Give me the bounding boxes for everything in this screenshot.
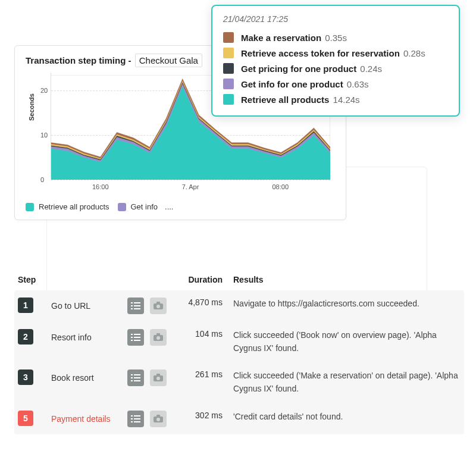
svg-rect-11: [131, 337, 133, 338]
list-icon[interactable]: [127, 298, 144, 314]
svg-rect-7: [156, 302, 160, 304]
tooltip-text: Make a reservation 0.35s: [241, 33, 347, 43]
x-tick: 7. Apr: [158, 183, 223, 190]
tooltip-row: Retrieve access token for reservation 0.…: [223, 45, 448, 61]
chart-title-prefix: Transaction step timing -: [26, 55, 134, 65]
step-badge: 3: [18, 369, 33, 385]
tooltip-swatch: [223, 63, 234, 74]
tooltip-text: Get info for one product 0.63s: [241, 79, 369, 89]
col-header-duration: Duration: [176, 275, 233, 284]
svg-rect-4: [131, 308, 133, 309]
svg-rect-22: [131, 380, 133, 381]
svg-rect-16: [156, 333, 160, 336]
step-badge: 5: [18, 411, 33, 426]
svg-point-17: [156, 336, 160, 340]
svg-rect-12: [134, 337, 140, 338]
y-tick: 0: [40, 176, 44, 183]
svg-point-26: [156, 377, 160, 380]
step-name: Payment details: [51, 414, 121, 424]
svg-rect-29: [131, 418, 133, 419]
svg-rect-20: [131, 377, 133, 378]
svg-point-8: [156, 305, 160, 308]
step-name: Book resort: [51, 373, 121, 383]
chart-legend: Retrieve all products Get info ....: [26, 202, 335, 211]
svg-rect-27: [131, 415, 133, 416]
svg-rect-21: [134, 377, 140, 378]
step-duration: 4,870 ms: [176, 298, 233, 307]
tooltip-text: Retrieve access token for reservation 0.…: [241, 48, 425, 58]
legend-swatch: [118, 203, 126, 211]
steps-table: Step Duration Results 1Go to URL4,870 ms…: [14, 269, 464, 434]
tooltip-row: Retrieve all products 14.24s: [223, 92, 448, 107]
svg-rect-10: [134, 334, 140, 335]
svg-point-35: [156, 418, 160, 421]
svg-rect-14: [134, 340, 140, 341]
step-badge: 1: [18, 298, 33, 313]
chart-tooltip: 21/04/2021 17:25 Make a reservation 0.35…: [211, 5, 460, 117]
step-badge: 2: [18, 329, 33, 345]
chart-title-dropdown[interactable]: Checkout Gala: [135, 54, 202, 67]
table-row: 1Go to URL4,870 msNavigate to https://ga…: [14, 290, 464, 321]
table-row: 3Book resort261 msClick succeeded ('Make…: [14, 362, 464, 402]
gridline: [51, 180, 330, 180]
camera-icon[interactable]: [150, 369, 167, 386]
list-icon[interactable]: [127, 329, 144, 346]
camera-icon[interactable]: [150, 329, 167, 346]
y-tick: 10: [40, 131, 48, 139]
step-name: Resort info: [51, 333, 121, 342]
svg-rect-32: [134, 421, 140, 422]
tooltip-timestamp: 21/04/2021 17:25: [223, 14, 448, 24]
legend-swatch: [26, 203, 34, 211]
svg-rect-28: [134, 415, 140, 416]
step-duration: 261 ms: [176, 369, 233, 379]
list-icon[interactable]: [127, 369, 144, 386]
svg-rect-5: [134, 308, 140, 309]
step-result: Click succeeded ('Book now' on overview …: [233, 329, 461, 355]
y-tick: 20: [40, 87, 48, 94]
step-result: 'Credit card details' not found.: [233, 411, 461, 424]
step-duration: 104 ms: [176, 329, 233, 339]
svg-rect-1: [134, 302, 140, 303]
tooltip-swatch: [223, 79, 234, 89]
step-result: Click succeeded ('Make a reservation' on…: [233, 369, 461, 395]
tooltip-swatch: [223, 94, 234, 105]
x-axis-ticks: 16:007. Apr08:00: [51, 180, 330, 190]
svg-rect-9: [131, 334, 133, 335]
tooltip-swatch: [223, 48, 234, 58]
y-axis-label: Seconds: [28, 93, 35, 121]
svg-rect-25: [156, 374, 160, 376]
svg-rect-18: [131, 374, 133, 375]
col-header-step: Step: [18, 275, 51, 284]
svg-rect-19: [134, 374, 140, 375]
x-tick: 08:00: [223, 183, 330, 190]
legend-ellipsis[interactable]: ....: [165, 202, 173, 211]
step-name: Go to URL: [51, 301, 121, 311]
camera-icon[interactable]: [150, 298, 167, 314]
table-header: Step Duration Results: [14, 269, 464, 290]
col-header-results: Results: [233, 275, 461, 284]
svg-rect-0: [131, 302, 133, 303]
step-duration: 302 ms: [176, 411, 233, 420]
tooltip-row: Make a reservation 0.35s: [223, 30, 448, 45]
svg-rect-3: [134, 305, 140, 306]
svg-rect-34: [156, 415, 160, 417]
svg-rect-2: [131, 305, 133, 306]
svg-rect-30: [134, 418, 140, 419]
legend-label: Get info: [131, 202, 158, 211]
legend-label: Retrieve all products: [39, 202, 109, 211]
svg-rect-23: [134, 380, 140, 381]
tooltip-text: Retrieve all products 14.24s: [241, 95, 360, 105]
list-icon[interactable]: [127, 411, 144, 427]
table-row: 5Payment details302 ms'Credit card detai…: [14, 403, 464, 434]
step-result: Navigate to https://galacticresorts.com …: [233, 298, 461, 311]
tooltip-swatch: [223, 32, 234, 43]
tooltip-row: Get info for one product 0.63s: [223, 76, 448, 92]
svg-rect-31: [131, 421, 133, 422]
camera-icon[interactable]: [150, 411, 167, 427]
svg-rect-13: [131, 340, 133, 341]
x-tick: 16:00: [51, 183, 158, 190]
tooltip-text: Get pricing for one product 0.24s: [241, 64, 382, 74]
table-row: 2Resort info104 msClick succeeded ('Book…: [14, 321, 464, 362]
tooltip-row: Get pricing for one product 0.24s: [223, 61, 448, 76]
